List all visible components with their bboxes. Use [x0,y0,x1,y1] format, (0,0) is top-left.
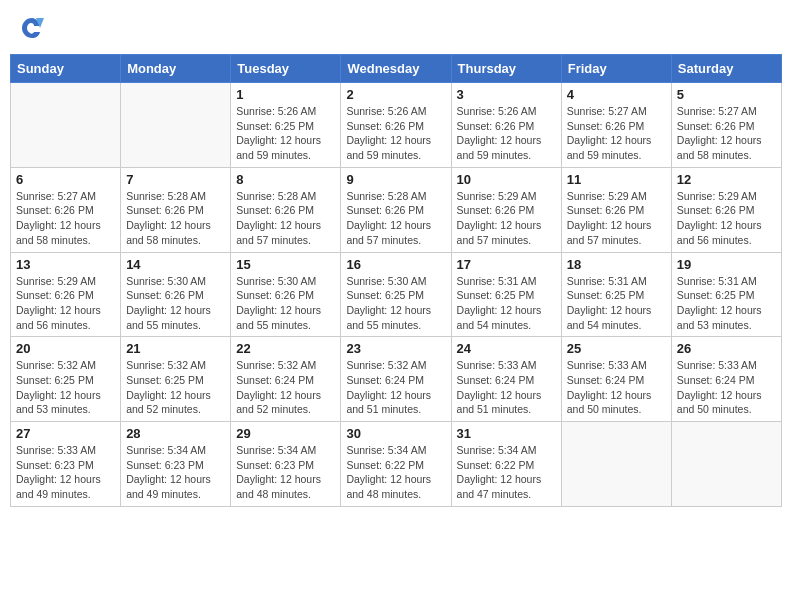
calendar-day-cell: 7Sunrise: 5:28 AM Sunset: 6:26 PM Daylig… [121,167,231,252]
calendar-day-cell: 12Sunrise: 5:29 AM Sunset: 6:26 PM Dayli… [671,167,781,252]
day-number: 13 [16,257,115,272]
day-number: 15 [236,257,335,272]
calendar-day-cell: 6Sunrise: 5:27 AM Sunset: 6:26 PM Daylig… [11,167,121,252]
day-number: 7 [126,172,225,187]
day-info: Sunrise: 5:31 AM Sunset: 6:25 PM Dayligh… [677,274,776,333]
calendar-day-cell: 28Sunrise: 5:34 AM Sunset: 6:23 PM Dayli… [121,422,231,507]
calendar-day-cell: 4Sunrise: 5:27 AM Sunset: 6:26 PM Daylig… [561,83,671,168]
calendar-week-row: 27Sunrise: 5:33 AM Sunset: 6:23 PM Dayli… [11,422,782,507]
day-number: 5 [677,87,776,102]
day-number: 20 [16,341,115,356]
day-info: Sunrise: 5:32 AM Sunset: 6:24 PM Dayligh… [236,358,335,417]
calendar-day-cell: 30Sunrise: 5:34 AM Sunset: 6:22 PM Dayli… [341,422,451,507]
day-info: Sunrise: 5:26 AM Sunset: 6:26 PM Dayligh… [346,104,445,163]
day-number: 16 [346,257,445,272]
day-number: 21 [126,341,225,356]
day-info: Sunrise: 5:27 AM Sunset: 6:26 PM Dayligh… [16,189,115,248]
calendar-day-cell: 1Sunrise: 5:26 AM Sunset: 6:25 PM Daylig… [231,83,341,168]
calendar-day-cell: 5Sunrise: 5:27 AM Sunset: 6:26 PM Daylig… [671,83,781,168]
calendar-day-cell [121,83,231,168]
calendar-day-cell [11,83,121,168]
day-info: Sunrise: 5:26 AM Sunset: 6:26 PM Dayligh… [457,104,556,163]
calendar-table: SundayMondayTuesdayWednesdayThursdayFrid… [10,54,782,507]
calendar-day-cell: 15Sunrise: 5:30 AM Sunset: 6:26 PM Dayli… [231,252,341,337]
page-header [10,10,782,46]
day-info: Sunrise: 5:33 AM Sunset: 6:24 PM Dayligh… [567,358,666,417]
day-info: Sunrise: 5:28 AM Sunset: 6:26 PM Dayligh… [236,189,335,248]
calendar-day-cell: 8Sunrise: 5:28 AM Sunset: 6:26 PM Daylig… [231,167,341,252]
day-info: Sunrise: 5:34 AM Sunset: 6:22 PM Dayligh… [457,443,556,502]
day-number: 1 [236,87,335,102]
calendar-day-cell: 25Sunrise: 5:33 AM Sunset: 6:24 PM Dayli… [561,337,671,422]
logo [18,14,48,42]
day-number: 9 [346,172,445,187]
day-info: Sunrise: 5:29 AM Sunset: 6:26 PM Dayligh… [16,274,115,333]
day-info: Sunrise: 5:31 AM Sunset: 6:25 PM Dayligh… [457,274,556,333]
calendar-week-row: 1Sunrise: 5:26 AM Sunset: 6:25 PM Daylig… [11,83,782,168]
day-info: Sunrise: 5:30 AM Sunset: 6:25 PM Dayligh… [346,274,445,333]
day-info: Sunrise: 5:33 AM Sunset: 6:24 PM Dayligh… [677,358,776,417]
calendar-week-row: 6Sunrise: 5:27 AM Sunset: 6:26 PM Daylig… [11,167,782,252]
day-number: 23 [346,341,445,356]
calendar-week-row: 13Sunrise: 5:29 AM Sunset: 6:26 PM Dayli… [11,252,782,337]
day-info: Sunrise: 5:29 AM Sunset: 6:26 PM Dayligh… [677,189,776,248]
day-info: Sunrise: 5:34 AM Sunset: 6:23 PM Dayligh… [126,443,225,502]
day-info: Sunrise: 5:27 AM Sunset: 6:26 PM Dayligh… [677,104,776,163]
calendar-day-cell: 3Sunrise: 5:26 AM Sunset: 6:26 PM Daylig… [451,83,561,168]
day-number: 25 [567,341,666,356]
day-number: 4 [567,87,666,102]
day-number: 2 [346,87,445,102]
day-of-week-header: Thursday [451,55,561,83]
logo-icon [18,14,46,42]
calendar-header-row: SundayMondayTuesdayWednesdayThursdayFrid… [11,55,782,83]
day-number: 14 [126,257,225,272]
day-info: Sunrise: 5:32 AM Sunset: 6:25 PM Dayligh… [16,358,115,417]
day-of-week-header: Wednesday [341,55,451,83]
day-of-week-header: Monday [121,55,231,83]
day-info: Sunrise: 5:29 AM Sunset: 6:26 PM Dayligh… [457,189,556,248]
day-info: Sunrise: 5:26 AM Sunset: 6:25 PM Dayligh… [236,104,335,163]
day-number: 8 [236,172,335,187]
day-of-week-header: Sunday [11,55,121,83]
day-number: 27 [16,426,115,441]
day-number: 17 [457,257,556,272]
day-number: 11 [567,172,666,187]
day-info: Sunrise: 5:30 AM Sunset: 6:26 PM Dayligh… [126,274,225,333]
day-info: Sunrise: 5:29 AM Sunset: 6:26 PM Dayligh… [567,189,666,248]
calendar-day-cell: 17Sunrise: 5:31 AM Sunset: 6:25 PM Dayli… [451,252,561,337]
day-number: 28 [126,426,225,441]
calendar-day-cell: 21Sunrise: 5:32 AM Sunset: 6:25 PM Dayli… [121,337,231,422]
day-info: Sunrise: 5:34 AM Sunset: 6:22 PM Dayligh… [346,443,445,502]
day-number: 26 [677,341,776,356]
calendar-day-cell: 9Sunrise: 5:28 AM Sunset: 6:26 PM Daylig… [341,167,451,252]
day-number: 29 [236,426,335,441]
day-info: Sunrise: 5:31 AM Sunset: 6:25 PM Dayligh… [567,274,666,333]
calendar-day-cell: 2Sunrise: 5:26 AM Sunset: 6:26 PM Daylig… [341,83,451,168]
calendar-day-cell: 14Sunrise: 5:30 AM Sunset: 6:26 PM Dayli… [121,252,231,337]
calendar-day-cell: 31Sunrise: 5:34 AM Sunset: 6:22 PM Dayli… [451,422,561,507]
day-number: 30 [346,426,445,441]
calendar-day-cell: 22Sunrise: 5:32 AM Sunset: 6:24 PM Dayli… [231,337,341,422]
calendar-day-cell [561,422,671,507]
day-info: Sunrise: 5:34 AM Sunset: 6:23 PM Dayligh… [236,443,335,502]
calendar-day-cell: 18Sunrise: 5:31 AM Sunset: 6:25 PM Dayli… [561,252,671,337]
calendar-week-row: 20Sunrise: 5:32 AM Sunset: 6:25 PM Dayli… [11,337,782,422]
day-number: 3 [457,87,556,102]
calendar-day-cell: 24Sunrise: 5:33 AM Sunset: 6:24 PM Dayli… [451,337,561,422]
day-number: 18 [567,257,666,272]
day-info: Sunrise: 5:32 AM Sunset: 6:25 PM Dayligh… [126,358,225,417]
calendar-day-cell: 26Sunrise: 5:33 AM Sunset: 6:24 PM Dayli… [671,337,781,422]
day-of-week-header: Saturday [671,55,781,83]
day-number: 19 [677,257,776,272]
calendar-day-cell: 11Sunrise: 5:29 AM Sunset: 6:26 PM Dayli… [561,167,671,252]
day-number: 22 [236,341,335,356]
day-info: Sunrise: 5:32 AM Sunset: 6:24 PM Dayligh… [346,358,445,417]
calendar-day-cell: 29Sunrise: 5:34 AM Sunset: 6:23 PM Dayli… [231,422,341,507]
day-info: Sunrise: 5:28 AM Sunset: 6:26 PM Dayligh… [126,189,225,248]
day-of-week-header: Tuesday [231,55,341,83]
calendar-day-cell: 10Sunrise: 5:29 AM Sunset: 6:26 PM Dayli… [451,167,561,252]
day-info: Sunrise: 5:33 AM Sunset: 6:24 PM Dayligh… [457,358,556,417]
day-of-week-header: Friday [561,55,671,83]
day-number: 31 [457,426,556,441]
day-number: 24 [457,341,556,356]
